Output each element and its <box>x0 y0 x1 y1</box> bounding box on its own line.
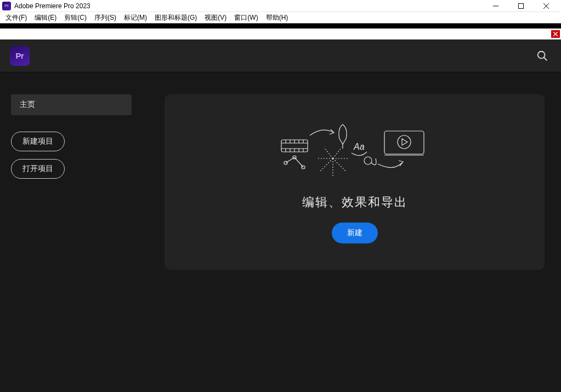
svg-line-26 <box>333 158 346 172</box>
svg-point-36 <box>398 135 411 149</box>
svg-point-33 <box>364 157 372 164</box>
app-small-icon-text: Pr <box>4 3 8 8</box>
home-workspace: 主页 新建项目 打开项目 <box>0 72 561 392</box>
svg-line-30 <box>324 147 333 158</box>
welcome-illustration-icon: Aa <box>278 121 432 186</box>
menu-item-edit[interactable]: 编辑(E) <box>32 13 59 22</box>
menu-item-help[interactable]: 帮助(H) <box>264 13 291 22</box>
panel-close-button[interactable] <box>551 30 560 38</box>
menu-item-marker[interactable]: 标记(M) <box>122 13 149 22</box>
maximize-button[interactable] <box>508 0 534 12</box>
premiere-logo-text: Pr <box>16 51 24 60</box>
svg-line-31 <box>333 147 342 158</box>
svg-line-3 <box>543 3 549 9</box>
welcome-heading: 编辑、效果和导出 <box>302 194 407 211</box>
menu-item-file[interactable]: 文件(F) <box>3 13 29 22</box>
menu-item-clip[interactable]: 剪辑(C) <box>62 13 89 22</box>
title-bar: Pr Adobe Premiere Pro 2023 <box>0 0 561 12</box>
welcome-card: Aa 编辑、效果和导出 新建 <box>165 94 545 270</box>
menu-item-view[interactable]: 视图(V) <box>202 13 229 22</box>
premiere-logo-icon: Pr <box>10 46 30 66</box>
new-project-button[interactable]: 新建项目 <box>11 132 65 151</box>
svg-line-7 <box>544 58 547 60</box>
close-button[interactable] <box>534 0 559 12</box>
app-header: Pr <box>0 39 561 72</box>
svg-point-6 <box>538 51 545 58</box>
window-title: Adobe Premiere Pro 2023 <box>14 2 483 10</box>
menu-item-sequence[interactable]: 序列(S) <box>92 13 118 22</box>
menu-item-window[interactable]: 窗口(W) <box>232 13 260 22</box>
divider <box>0 23 561 29</box>
svg-rect-34 <box>384 131 424 154</box>
tab-home[interactable]: 主页 <box>11 94 132 115</box>
create-new-button[interactable]: 新建 <box>332 223 378 243</box>
panel-tab-row <box>0 29 561 39</box>
svg-line-2 <box>543 3 549 9</box>
search-icon <box>536 50 548 62</box>
minimize-button[interactable] <box>483 0 508 12</box>
menu-item-graphics[interactable]: 图形和标题(G) <box>152 13 199 22</box>
menu-bar: 文件(F) 编辑(E) 剪辑(C) 序列(S) 标记(M) 图形和标题(G) 视… <box>0 12 561 23</box>
window-controls <box>483 0 559 12</box>
svg-line-25 <box>320 158 333 172</box>
app-small-icon: Pr <box>2 2 11 10</box>
open-project-button[interactable]: 打开项目 <box>11 159 65 179</box>
search-button[interactable] <box>534 47 551 65</box>
sidebar: 主页 新建项目 打开项目 <box>11 94 143 381</box>
svg-rect-1 <box>519 3 524 8</box>
svg-text:Aa: Aa <box>353 142 365 151</box>
